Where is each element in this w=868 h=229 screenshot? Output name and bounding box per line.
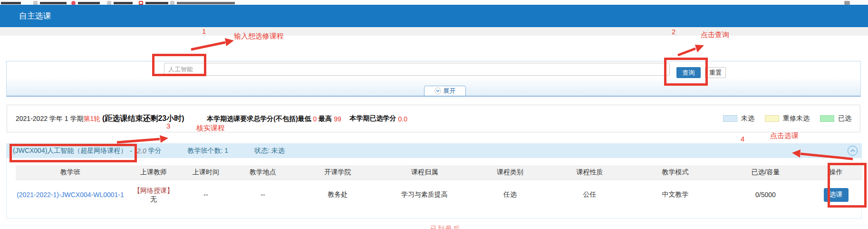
legend-swatch-selected xyxy=(820,115,834,122)
browser-bookmarks-bar xyxy=(0,0,868,5)
semester-info-bar: 2021-2022 学年 1 学期第1轮 (距选课结束还剩23小时) 本学期选课… xyxy=(7,105,860,132)
category-cell: 任选 xyxy=(470,190,550,199)
page-title: 自主选课 xyxy=(19,5,51,27)
bookmark-item[interactable] xyxy=(71,1,100,4)
min-credit-value: 0 xyxy=(313,115,317,122)
clipped-text xyxy=(177,2,235,4)
class-time-cell: -- xyxy=(182,191,230,199)
max-credit-value: 99 xyxy=(334,115,341,122)
annotation-step-text: 点击选课 xyxy=(770,131,799,140)
mode-cell: 中文教学 xyxy=(629,190,722,199)
header-sub-band xyxy=(0,27,868,36)
col-header: 开课学院 xyxy=(296,168,379,177)
belong-cell: 学习与素质提高 xyxy=(379,190,470,199)
clipped-text xyxy=(114,2,133,4)
legend-item-selected: 已选 xyxy=(820,114,851,123)
bookmark-item[interactable] xyxy=(139,1,168,4)
col-header: 上课教师 xyxy=(125,168,182,177)
clipped-text xyxy=(40,2,67,4)
col-header: 教学模式 xyxy=(629,168,722,177)
chevron-down-icon xyxy=(434,88,441,94)
nature-cell: 公任 xyxy=(550,190,629,199)
course-section: (JWCX004)人工智能（超星网络课程） - 2.0 学分 教学班个数: 1 … xyxy=(6,143,862,219)
course-credit-unit: 学分 xyxy=(148,147,162,155)
capacity-cell: 0/5000 xyxy=(722,191,810,199)
course-title: (JWCX004)人工智能（超星网络课程） xyxy=(13,147,127,155)
col-header: 操作 xyxy=(810,168,862,177)
legend-swatch-unselected xyxy=(723,115,737,122)
collapse-course-button[interactable] xyxy=(848,146,858,156)
course-status: 状态: 未选 xyxy=(254,147,285,155)
legend-label: 未选 xyxy=(741,114,754,123)
col-header: 上课时间 xyxy=(182,168,230,177)
semester-info-text: 2021-2022 学年 1 学期第1轮 (距选课结束还剩23小时) 本学期选课… xyxy=(16,114,407,124)
table-row: (2021-2022-1)-JWCX004-WL0001-1 【网络授课】 无 … xyxy=(16,180,862,209)
col-header: 已选/容量 xyxy=(722,168,810,177)
course-credit-value: 2.0 xyxy=(137,147,146,155)
table-header-row: 教学班 上课教师 上课时间 教学地点 开课学院 课程归属 课程类别 课程性质 教… xyxy=(16,165,862,180)
page-header: 自主选课 xyxy=(0,5,868,27)
max-credit-label: 最高 xyxy=(318,114,332,122)
col-header: 教学班 xyxy=(16,168,125,177)
teacher-name: 无 xyxy=(125,195,182,203)
select-course-button[interactable]: 选课 xyxy=(824,188,849,202)
chevron-up-icon xyxy=(850,149,855,152)
clipped-text xyxy=(78,2,100,4)
class-table: 教学班 上课教师 上课时间 教学地点 开课学院 课程归属 课程类别 课程性质 教… xyxy=(16,165,862,209)
semester-round: 第1轮 xyxy=(83,114,100,122)
semester-term: 2021-2022 学年 1 学期 xyxy=(16,114,83,122)
legend-label: 已选 xyxy=(838,114,851,123)
bookmark-item[interactable] xyxy=(170,1,235,4)
teacher-cell: 【网络授课】 无 xyxy=(125,186,182,203)
page: 自主选课 查询 重置 展开 2021-2022 学年 1 学期第1轮 (距选课结… xyxy=(0,0,868,229)
selected-credit-value: 0.0 xyxy=(398,115,407,122)
course-header-bar[interactable]: (JWCX004)人工智能（超星网络课程） - 2.0 学分 教学班个数: 1 … xyxy=(7,144,861,158)
course-class-count: 教学班个数: 1 xyxy=(188,147,229,155)
college-cell: 教务处 xyxy=(296,190,379,199)
expand-label: 展开 xyxy=(444,87,456,95)
course-search-input[interactable] xyxy=(164,63,670,76)
legend-swatch-retake xyxy=(765,115,779,122)
legend-item-retake: 重修未选 xyxy=(765,114,810,123)
clipped-text xyxy=(145,2,168,4)
class-place-cell: -- xyxy=(230,191,296,199)
end-of-list-text: 已到最后 xyxy=(430,225,461,229)
credit-requirement-label: 本学期选课要求总学分(不包括)最低 xyxy=(207,114,311,122)
teaching-mode-tag: 【网络授课】 xyxy=(125,186,182,195)
annotation-step-number: 4 xyxy=(741,135,744,143)
status-legend: 未选 重修未选 已选 xyxy=(723,114,851,123)
bookmark-item[interactable] xyxy=(33,1,67,4)
semester-deadline: (距选课结束还剩23小时) xyxy=(102,114,184,122)
expand-toggle[interactable]: 展开 xyxy=(424,86,466,96)
col-header: 课程性质 xyxy=(550,168,629,177)
class-code-link[interactable]: (2021-2022-1)-JWCX004-WL0001-1 xyxy=(17,191,124,199)
col-header: 教学地点 xyxy=(230,168,296,177)
col-header: 课程类别 xyxy=(470,168,550,177)
bookmark-item[interactable] xyxy=(107,1,133,4)
legend-label: 重修未选 xyxy=(783,114,810,123)
query-button[interactable]: 查询 xyxy=(676,67,701,78)
browser-extension-icon[interactable] xyxy=(844,1,850,5)
course-title-separator: - xyxy=(130,147,132,155)
col-header: 课程归属 xyxy=(379,168,470,177)
legend-item-unselected: 未选 xyxy=(723,114,754,123)
bookmark-item[interactable] xyxy=(1,2,21,4)
clipped-text xyxy=(1,2,21,4)
reset-button[interactable]: 重置 xyxy=(705,67,726,78)
selected-credit-label: 本学期已选学分 xyxy=(350,114,396,122)
